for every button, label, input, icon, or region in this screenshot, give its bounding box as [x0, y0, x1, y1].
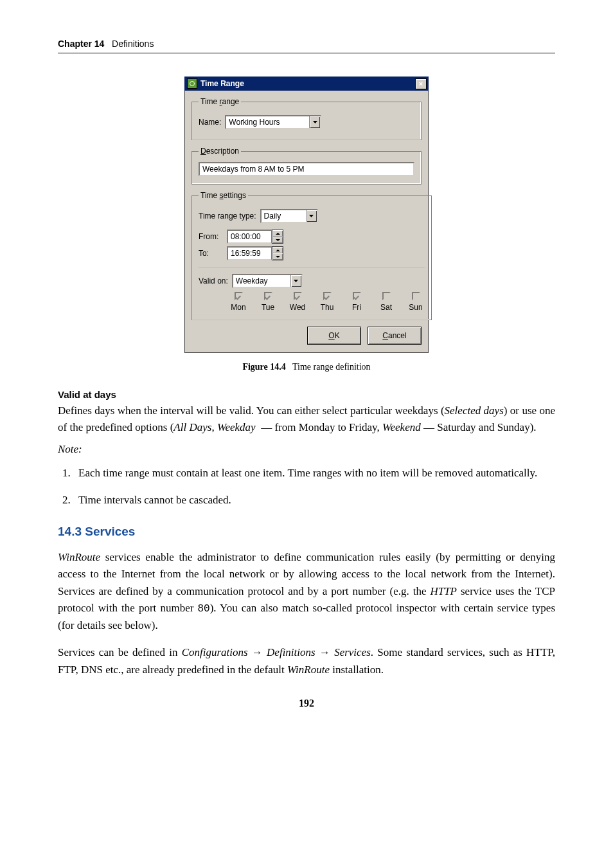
checkbox-sun[interactable] [412, 292, 420, 300]
time-settings-group: Time settings Time range type: Daily Fro… [191, 191, 432, 320]
time-settings-legend: Time settings [199, 191, 248, 200]
notes-list: Each time range must contain at least on… [58, 465, 555, 508]
description-legend: Description [199, 147, 241, 156]
spin-up-icon[interactable] [272, 230, 283, 237]
svg-marker-5 [276, 256, 280, 258]
settings-divider [199, 267, 425, 267]
days-row: Mon Tue Wed Thu [229, 292, 425, 312]
combo-arrow-icon [306, 210, 317, 222]
day-sat: Sat [377, 292, 395, 312]
figure-caption: Figure 14.4 Time range definition [58, 362, 555, 372]
valid-on-label: Valid on: [199, 276, 228, 285]
checkbox-tue[interactable] [264, 292, 272, 300]
figure-label: Figure 14.4 [242, 362, 285, 372]
description-input[interactable]: Weekdays from 8 AM to 5 PM [199, 162, 414, 176]
day-sun: Sun [407, 292, 425, 312]
day-label: Sat [380, 303, 392, 312]
combo-arrow-icon [290, 275, 301, 287]
spin-up-icon[interactable] [272, 247, 283, 253]
to-spinner[interactable]: 16:59:59 [227, 246, 283, 260]
valid-at-days-term: Valid at days [58, 389, 555, 400]
from-label: From: [199, 232, 223, 241]
day-label: Sun [409, 303, 422, 312]
dialog-titlebar: Time Range × [184, 77, 429, 91]
valid-at-days-body: Defines days when the interval will be v… [58, 402, 555, 435]
cancel-button[interactable]: Cancel [368, 327, 422, 345]
description-value: Weekdays from 8 AM to 5 PM [202, 165, 305, 174]
svg-marker-2 [276, 233, 280, 235]
note-item-2: Time intervals cannot be cascaded. [73, 492, 555, 509]
time-range-type-value: Daily [264, 212, 281, 221]
day-thu: Thu [318, 292, 336, 312]
checkbox-wed[interactable] [294, 292, 302, 300]
description-group: Description Weekdays from 8 AM to 5 PM [191, 147, 422, 185]
page-number: 192 [58, 698, 555, 709]
checkbox-fri[interactable] [353, 292, 361, 300]
day-fri: Fri [348, 292, 366, 312]
from-spinner[interactable]: 08:00:00 [227, 230, 283, 244]
spin-down-icon[interactable] [272, 237, 283, 243]
chapter-title: Definitions [112, 39, 154, 49]
figure-text: Time range definition [292, 362, 371, 372]
day-wed: Wed [289, 292, 306, 312]
dialog-title: Time Range [200, 79, 244, 88]
svg-marker-4 [276, 249, 280, 251]
svg-marker-0 [313, 121, 317, 123]
day-label: Mon [231, 303, 245, 312]
svg-marker-6 [294, 280, 298, 282]
spin-down-icon[interactable] [272, 253, 283, 260]
note-item-1: Each time range must contain at least on… [73, 465, 555, 482]
chapter-header: Chapter 14 Definitions [58, 39, 555, 49]
services-p1: WinRoute services enable the administrat… [58, 549, 555, 634]
time-range-legend: Time range [199, 97, 241, 106]
to-label: To: [199, 249, 223, 258]
time-range-type-combo[interactable]: Daily [260, 209, 318, 223]
to-value: 16:59:59 [231, 249, 261, 258]
chapter-number: Chapter 14 [58, 39, 104, 49]
note-label: Note: [58, 443, 555, 456]
time-range-dialog: Time Range × Time range Name: Working Ho… [184, 77, 429, 353]
combo-arrow-icon [309, 116, 320, 128]
name-combo[interactable]: Working Hours [225, 115, 321, 129]
close-button[interactable]: × [415, 78, 427, 89]
day-label: Fri [352, 303, 361, 312]
checkbox-sat[interactable] [382, 292, 391, 300]
checkbox-thu[interactable] [323, 292, 332, 300]
checkbox-mon[interactable] [235, 292, 243, 300]
ok-button[interactable]: OK [307, 327, 361, 345]
time-range-group: Time range Name: Working Hours [191, 97, 422, 140]
valid-on-value: Weekday [236, 276, 268, 285]
svg-marker-3 [276, 239, 280, 241]
services-p2: Services can be defined in Configuration… [58, 644, 555, 678]
dialog-icon [187, 78, 197, 89]
day-label: Wed [290, 303, 305, 312]
from-value: 08:00:00 [231, 232, 261, 241]
close-icon: × [419, 80, 423, 87]
name-value: Working Hours [229, 118, 280, 127]
day-label: Thu [321, 303, 334, 312]
day-label: Tue [262, 303, 274, 312]
section-heading: 14.3 Services [58, 525, 555, 539]
day-tue: Tue [259, 292, 277, 312]
valid-on-combo[interactable]: Weekday [232, 274, 303, 288]
time-range-type-label: Time range type: [199, 212, 256, 221]
svg-marker-1 [309, 215, 314, 217]
day-mon: Mon [229, 292, 247, 312]
header-separator [58, 53, 555, 53]
name-label: Name: [199, 118, 221, 127]
